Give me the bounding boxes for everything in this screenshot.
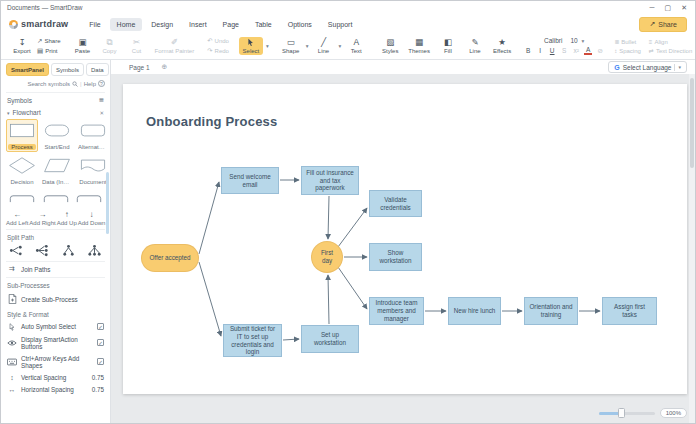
share-small-button[interactable]: ↗ Share: [37, 37, 60, 45]
node-show-workstation[interactable]: Show workstation: [369, 243, 422, 271]
help-icon[interactable]: ?: [98, 80, 105, 87]
symbols-menu-icon[interactable]: ≣: [99, 96, 104, 104]
share-button[interactable]: ↗ Share: [639, 17, 687, 32]
auto-symbol-select-checkbox[interactable]: ✓: [97, 323, 104, 330]
bullet-button[interactable]: ≣ Bullet: [614, 38, 641, 45]
symbol-process[interactable]: Process: [6, 119, 38, 152]
select-language-button[interactable]: G Select Language ▾: [608, 61, 687, 73]
cut-button[interactable]: ✂ Cut: [124, 37, 148, 55]
paste-button[interactable]: ▣ Paste: [70, 37, 94, 55]
menu-file[interactable]: File: [82, 18, 107, 31]
menu-design[interactable]: Design: [144, 18, 180, 31]
create-sub-process-button[interactable]: Create Sub-Process: [6, 291, 105, 307]
select-dropdown-icon[interactable]: ▾: [266, 43, 269, 49]
format-subscript-button[interactable]: x²: [572, 47, 580, 54]
line-dropdown-icon[interactable]: ▾: [338, 43, 341, 49]
add-down-button[interactable]: ↓Add Down: [78, 211, 106, 226]
sidebar-scrollbar[interactable]: [106, 172, 109, 234]
print-button[interactable]: ▤ Print: [37, 47, 60, 55]
format-a-button[interactable]: A: [584, 46, 592, 55]
node-fill-paperwork[interactable]: Fill out insurance and tax paperwork: [301, 166, 359, 195]
edge-first-day-to-validate-credentials[interactable]: [338, 208, 367, 247]
node-new-hire-lunch[interactable]: New hire lunch: [448, 297, 501, 325]
canvas-scrollbar-thumb[interactable]: [690, 78, 694, 168]
font-size-select[interactable]: 10: [570, 37, 577, 44]
symbol-decision[interactable]: Decision: [6, 154, 38, 187]
shape-tool-button[interactable]: ▭ Shape: [279, 37, 303, 55]
spacing-button[interactable]: ↕ Spacing: [614, 48, 641, 54]
menu-page[interactable]: Page: [216, 18, 246, 31]
node-assign-first-tasks[interactable]: Assign first tasks: [602, 297, 657, 325]
menu-insert[interactable]: Insert: [182, 18, 214, 31]
node-introduce-team[interactable]: Introduce team members and manager: [369, 297, 424, 325]
menu-home[interactable]: Home: [110, 18, 143, 31]
split-path-4-icon[interactable]: [87, 244, 102, 257]
maximize-icon[interactable]: ▢: [665, 4, 672, 12]
vertical-spacing-value[interactable]: 0.75: [92, 374, 104, 381]
align-button[interactable]: ≡ Align: [649, 39, 692, 45]
edge-offer-accepted-to-submit-ticket[interactable]: [199, 262, 221, 336]
minimize-icon[interactable]: ─: [650, 4, 655, 12]
symbol-bracket-icon[interactable]: [42, 189, 70, 207]
search-symbols-link[interactable]: Search symbols: [27, 81, 70, 87]
format-painter-button[interactable]: ✐ Format Painter: [151, 37, 197, 55]
styles-button[interactable]: ▧ Styles: [378, 37, 402, 55]
format-u-button[interactable]: U: [548, 47, 556, 54]
symbol-bracket-icon[interactable]: [75, 189, 103, 207]
edge-first-day-to-introduce-team[interactable]: [338, 267, 367, 309]
close-symbol-group-icon[interactable]: ✕: [99, 110, 104, 116]
zoom-slider-handle[interactable]: [618, 408, 625, 418]
edge-offer-accepted-to-send-welcome-email[interactable]: [199, 182, 219, 254]
symbol-data-input[interactable]: Data (Input...: [40, 154, 74, 187]
horizontal-spacing-value[interactable]: 0.75: [92, 386, 104, 393]
node-first-day[interactable]: First day: [311, 241, 343, 273]
node-setup-workstation[interactable]: Set up workstation: [301, 325, 359, 353]
flowchart-collapse-icon[interactable]: ▾: [7, 110, 10, 116]
search-icon[interactable]: [72, 81, 78, 87]
symbol-document[interactable]: Document: [76, 154, 110, 187]
zoom-slider[interactable]: [599, 412, 655, 415]
drawing-canvas[interactable]: Onboarding Process Offer acceptedSend we…: [111, 74, 695, 423]
node-submit-ticket[interactable]: Submit ticket for IT to set up credentia…: [223, 324, 282, 357]
text-direction-button[interactable]: ⇄ Text Direction: [649, 47, 692, 54]
add-up-button[interactable]: ↑Add Up: [57, 211, 77, 226]
symbol-start-end[interactable]: Start/End: [40, 119, 74, 152]
symbol-bracket-icon[interactable]: [8, 189, 36, 207]
node-offer-accepted[interactable]: Offer accepted: [141, 244, 199, 272]
ctrl-arrow-keys-add-shapes-checkbox[interactable]: ✓: [97, 358, 104, 365]
effects-button[interactable]: ★ Effects: [490, 37, 514, 55]
text-tool-button[interactable]: A Text: [344, 37, 368, 55]
add-page-icon[interactable]: ⊕: [162, 63, 168, 71]
edge-fill-paperwork-to-first-day[interactable]: [328, 196, 329, 239]
fill-button[interactable]: ◧ Fill: [436, 37, 460, 55]
split-path-1-icon[interactable]: [9, 244, 24, 257]
format--button[interactable]: ⊘: [596, 47, 604, 55]
menu-options[interactable]: Options: [281, 18, 319, 31]
node-validate-credentials[interactable]: Validate credentials: [369, 190, 422, 217]
smartdraw-logo[interactable]: smartdraw: [9, 19, 68, 29]
node-send-welcome-email[interactable]: Send welcome email: [221, 167, 279, 194]
diagram-title[interactable]: Onboarding Process: [146, 114, 277, 129]
close-icon[interactable]: ✕: [681, 4, 687, 12]
menu-table[interactable]: Table: [248, 18, 279, 31]
format-b-button[interactable]: B: [524, 47, 532, 54]
edge-setup-workstation-to-first-day[interactable]: [328, 275, 329, 324]
shape-dropdown-icon[interactable]: ▾: [306, 43, 309, 49]
display-smartaction-buttons-checkbox[interactable]: ✓: [97, 339, 104, 346]
undo-button[interactable]: ↶ Undo: [207, 37, 229, 45]
join-paths-button[interactable]: ⇉ Join Paths: [6, 262, 105, 278]
help-link[interactable]: Help: [84, 81, 96, 87]
edge-submit-ticket-to-setup-workstation[interactable]: [283, 339, 299, 340]
sidebar-tab-data[interactable]: Data: [86, 63, 109, 76]
line-style-button[interactable]: ✎ Line: [463, 37, 487, 55]
canvas-vertical-scrollbar[interactable]: [689, 74, 695, 423]
add-right-button[interactable]: →Add Right: [29, 211, 55, 226]
font-family-select[interactable]: Calibri: [544, 37, 562, 44]
format-i-button[interactable]: I: [536, 47, 544, 54]
add-left-button[interactable]: ←Add Left: [6, 211, 28, 226]
export-button[interactable]: ↧ Export: [10, 37, 34, 55]
select-tool-button[interactable]: Select: [239, 37, 263, 55]
redo-button[interactable]: ↷ Redo: [207, 47, 229, 55]
line-tool-button[interactable]: ╱ Line: [311, 37, 335, 55]
sidebar-tab-symbols[interactable]: Symbols: [51, 63, 84, 76]
